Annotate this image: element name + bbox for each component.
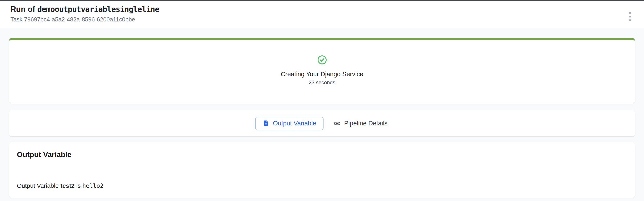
tab-bar: Output Variable Pipeline Details: [9, 110, 635, 136]
output-variable-name: test2: [60, 182, 74, 189]
tab-output-variable-label: Output Variable: [273, 120, 316, 127]
tab-output-variable[interactable]: Output Variable: [255, 117, 324, 130]
status-card: Creating Your Django Service 23 seconds: [9, 38, 635, 104]
link-icon: [334, 120, 341, 127]
run-header: Run of demooutputvariablesingleline Task…: [0, 1, 644, 28]
kebab-menu-icon[interactable]: [628, 11, 632, 22]
output-variable-line: Output Variable test2 is hello2: [17, 182, 627, 190]
output-variable-section: Output Variable Output Variable test2 is…: [9, 142, 635, 198]
document-icon: [262, 120, 269, 127]
page-title-pipeline-name: demooutputvariablesingleline: [37, 5, 159, 14]
status-title: Creating Your Django Service: [281, 70, 363, 78]
main-content: Creating Your Django Service 23 seconds …: [0, 28, 644, 198]
output-line-middle: is: [75, 182, 82, 189]
tab-pipeline-details[interactable]: Pipeline Details: [332, 118, 389, 129]
output-variable-value: hello2: [82, 182, 104, 189]
output-section-heading: Output Variable: [17, 150, 627, 159]
page-title: Run of demooutputvariablesingleline: [10, 4, 634, 14]
page-title-prefix: Run of: [10, 5, 37, 14]
check-circle-icon: [317, 55, 327, 65]
status-duration: 23 seconds: [309, 79, 336, 86]
tab-pipeline-details-label: Pipeline Details: [344, 120, 388, 127]
task-id: Task 79697bc4-a5a2-482a-8596-6200a11c0bb…: [10, 16, 634, 23]
output-line-prefix: Output Variable: [17, 182, 60, 189]
